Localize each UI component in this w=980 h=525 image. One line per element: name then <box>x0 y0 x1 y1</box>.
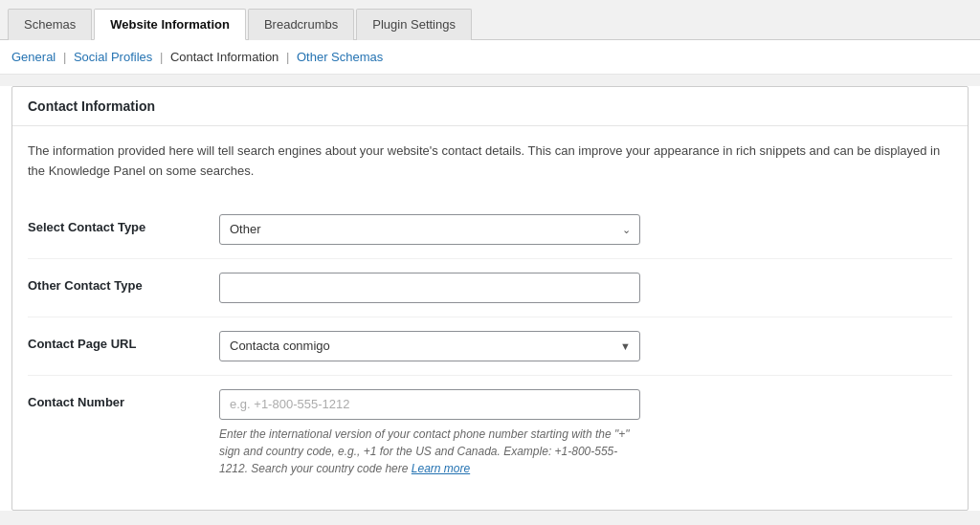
form-row-contact-number: Contact Number Enter the international v… <box>28 376 952 491</box>
label-select-contact-type: Select Contact Type <box>28 214 219 234</box>
field-other-contact-type <box>219 273 952 303</box>
contact-number-help-text: Enter the international version of your … <box>219 426 640 477</box>
tab-website-information[interactable]: Website Information <box>94 9 246 40</box>
subnav-general[interactable]: General <box>11 50 56 64</box>
subnav-other-schemas[interactable]: Other Schemas <box>297 50 383 64</box>
contact-type-select[interactable]: Customer Support Technical Support Billi… <box>219 214 640 245</box>
label-contact-number: Contact Number <box>28 389 219 409</box>
tab-plugin-settings[interactable]: Plugin Settings <box>356 9 472 40</box>
page-wrapper: Schemas Website Information Breadcrumbs … <box>0 0 980 525</box>
label-contact-page-url: Contact Page URL <box>28 331 219 351</box>
contact-page-url-select-wrapper: Contacta conmigo ▼ <box>219 331 640 361</box>
tab-breadcrumbs[interactable]: Breadcrumbs <box>248 9 354 40</box>
section-description: The information provided here will tell … <box>28 142 952 182</box>
form-row-contact-type: Select Contact Type Customer Support Tec… <box>28 201 952 259</box>
tabs-bar: Schemas Website Information Breadcrumbs … <box>0 0 980 40</box>
subnav: General | Social Profiles | Contact Info… <box>0 40 980 75</box>
sep-3: | <box>286 50 289 64</box>
section-body: The information provided here will tell … <box>12 126 968 510</box>
subnav-social-profiles[interactable]: Social Profiles <box>74 50 152 64</box>
contact-page-url-select[interactable]: Contacta conmigo <box>219 331 640 361</box>
main-content: Contact Information The information prov… <box>0 86 980 511</box>
form-row-other-contact-type: Other Contact Type <box>28 259 952 317</box>
subnav-contact-information: Contact Information <box>170 50 278 64</box>
contact-type-select-wrapper: Customer Support Technical Support Billi… <box>219 214 640 245</box>
form-row-contact-page-url: Contact Page URL Contacta conmigo ▼ <box>28 317 952 376</box>
label-other-contact-type: Other Contact Type <box>28 273 219 293</box>
learn-more-link[interactable]: Learn more <box>412 462 470 475</box>
field-contact-page-url: Contacta conmigo ▼ <box>219 331 952 361</box>
section-box: Contact Information The information prov… <box>11 86 969 511</box>
tab-schemas[interactable]: Schemas <box>8 9 92 40</box>
sep-2: | <box>160 50 163 64</box>
other-contact-type-input[interactable] <box>219 273 640 303</box>
sep-1: | <box>63 50 66 64</box>
section-title: Contact Information <box>12 87 968 126</box>
contact-number-input[interactable] <box>219 389 640 420</box>
field-select-contact-type: Customer Support Technical Support Billi… <box>219 214 952 245</box>
field-contact-number: Enter the international version of your … <box>219 389 952 477</box>
